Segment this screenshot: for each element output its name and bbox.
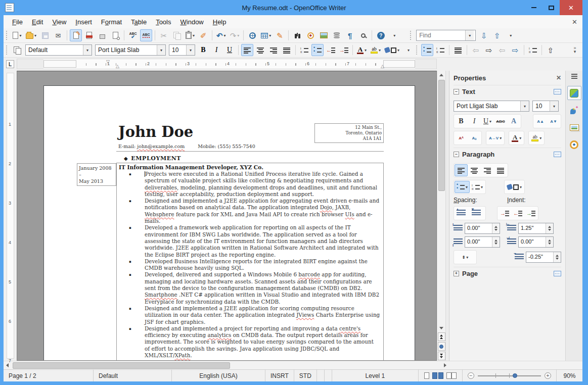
find-next-button[interactable]: ⇩ [478, 29, 490, 41]
underline-button[interactable]: U [223, 44, 236, 56]
page-dialog-launcher-icon[interactable]: ··· [554, 271, 561, 276]
sidebar-align-left-button[interactable] [455, 164, 468, 176]
find-input[interactable] [417, 30, 465, 40]
insert-unnumbered-entry-button[interactable] [527, 44, 539, 56]
character-spacing-button[interactable]: A↔V▾ [487, 132, 504, 144]
increase-indent-button[interactable]: → [338, 44, 350, 56]
next-page-button[interactable] [438, 352, 445, 360]
text-dialog-launcher-icon[interactable]: ··· [554, 89, 561, 94]
styles-panel-button[interactable] [11, 44, 23, 56]
minimize-button[interactable] [525, 0, 542, 15]
multi-page-view-button[interactable] [432, 372, 444, 379]
chevron-down-icon[interactable]: ▾ [365, 48, 367, 53]
tab-styles[interactable]: ✦✦ [567, 103, 581, 117]
menu-file[interactable]: File [8, 17, 27, 27]
sidebar-menu-button[interactable] [571, 74, 577, 79]
sidebar-increase-indent-button[interactable]: → [498, 207, 511, 219]
sidebar-justify-button[interactable] [494, 164, 507, 176]
sidebar-italic-button[interactable]: I [468, 115, 481, 127]
numbering-button[interactable] [298, 44, 310, 56]
find-toolbar-options-button[interactable]: ▾ [504, 29, 516, 41]
left-indent-marker[interactable]: △ [116, 64, 119, 69]
open-button[interactable]: ▾ [24, 29, 38, 41]
sidebar-decrease-indent-button[interactable]: ← [511, 207, 524, 219]
sidebar-align-center-button[interactable] [468, 164, 481, 176]
gallery-button[interactable] [318, 29, 330, 41]
menu-format[interactable]: Format [97, 17, 126, 27]
menu-window[interactable]: Window [176, 17, 208, 27]
find-replace-button[interactable] [291, 29, 303, 41]
justify-button[interactable] [281, 44, 293, 56]
highlighting-button[interactable]: ab▾ [369, 44, 382, 56]
outline-level-cell[interactable]: Level 1 [332, 370, 419, 381]
no-list-button[interactable] [452, 44, 464, 56]
scroll-up-button[interactable] [438, 71, 445, 79]
toolbar-grip[interactable] [6, 45, 9, 55]
switch-indent-button[interactable]: → [524, 207, 537, 219]
chevron-down-icon[interactable]: ▾ [379, 48, 381, 53]
right-indent-marker[interactable]: △ [381, 64, 384, 69]
demote-with-subpoints-button[interactable]: ⇨ [509, 44, 521, 56]
zoom-percent-cell[interactable]: 90% [556, 370, 582, 381]
chevron-down-icon[interactable]: ▾ [519, 136, 521, 140]
page-count-cell[interactable]: Page 1 / 2 [4, 370, 94, 381]
data-sources-button[interactable] [331, 29, 343, 41]
modified-cell[interactable] [317, 370, 325, 381]
insert-mode-cell[interactable]: INSRT [265, 370, 294, 381]
tab-navigator[interactable] [567, 137, 581, 152]
character-dialog-button[interactable]: A [507, 115, 520, 127]
chevron-down-icon[interactable]: ▾ [157, 45, 165, 55]
draw-functions-button[interactable]: ✎ [274, 29, 286, 41]
navigation-button[interactable] [438, 342, 445, 351]
subscript-button[interactable]: Aₐ [468, 132, 481, 144]
sidebar-bullets-button[interactable]: ▾ [455, 181, 470, 193]
page-section-header[interactable]: + Page ··· [454, 267, 561, 280]
horizontal-scrollbar[interactable] [4, 361, 449, 369]
menu-help[interactable]: Help [208, 17, 231, 27]
chevron-down-icon[interactable]: ▾ [500, 136, 502, 140]
sidebar-underline-button[interactable]: U▾ [481, 115, 494, 127]
previous-page-button[interactable] [438, 332, 445, 341]
sidebar-highlighting-button[interactable]: ab▾ [529, 132, 544, 144]
find-previous-button[interactable]: ⇧ [491, 29, 503, 41]
increase-font-button[interactable]: A▲ [534, 115, 547, 127]
sidebar-font-size-combo[interactable]: 10▾ [532, 101, 559, 112]
expand-icon[interactable]: + [454, 271, 459, 276]
decrease-indent-button[interactable]: ← [325, 44, 337, 56]
bullets-button[interactable] [311, 44, 324, 56]
toolbar-grip[interactable] [410, 31, 413, 40]
align-left-button[interactable] [241, 44, 253, 56]
sidebar-numbering-button[interactable]: ▾ [470, 181, 485, 193]
background-color-button[interactable]: ▾ [383, 44, 401, 56]
zoom-in-button[interactable]: + [545, 372, 551, 379]
maximize-button[interactable] [542, 0, 560, 15]
insert-table-button[interactable]: ▾ [259, 29, 273, 41]
align-center-button[interactable] [254, 44, 266, 56]
tab-gallery[interactable] [567, 120, 581, 134]
menu-view[interactable]: View [48, 17, 71, 27]
document-page[interactable]: John Doe 12 Main St., Toronto, Ontario A… [43, 85, 415, 361]
autospellcheck-button[interactable]: ABC [140, 29, 152, 41]
chevron-down-icon[interactable]: ▾ [466, 185, 468, 189]
sidebar-align-right-button[interactable] [481, 164, 494, 176]
move-up-button[interactable]: ⇧ [545, 44, 557, 56]
menu-edit[interactable]: Edit [27, 17, 48, 27]
chevron-down-icon[interactable]: ▾ [489, 119, 491, 124]
list-numbering-button[interactable] [434, 44, 446, 56]
menu-tools[interactable]: Tools [151, 17, 175, 27]
toolbar-grip[interactable] [416, 45, 419, 55]
collapse-icon[interactable]: − [454, 152, 459, 157]
scroll-down-button[interactable] [438, 324, 445, 332]
paste-button[interactable]: ▾ [184, 29, 196, 41]
toolbar-grip[interactable] [6, 31, 9, 40]
help-button[interactable]: ? [375, 29, 387, 41]
line-spacing-button[interactable]: ⇕▾ [459, 251, 472, 263]
book-view-button[interactable] [446, 372, 457, 379]
italic-button[interactable]: I [210, 44, 222, 56]
before-indent-field[interactable]: 1.25" [518, 223, 554, 234]
first-line-indent-marker[interactable]: ▽ [106, 59, 110, 64]
sidebar-font-name-combo[interactable]: Port Lligat Slab▾ [454, 101, 529, 112]
scroll-right-button[interactable] [441, 362, 449, 369]
export-pdf-button[interactable] [83, 29, 95, 41]
paragraph-section-header[interactable]: − Paragraph ··· [454, 148, 561, 161]
